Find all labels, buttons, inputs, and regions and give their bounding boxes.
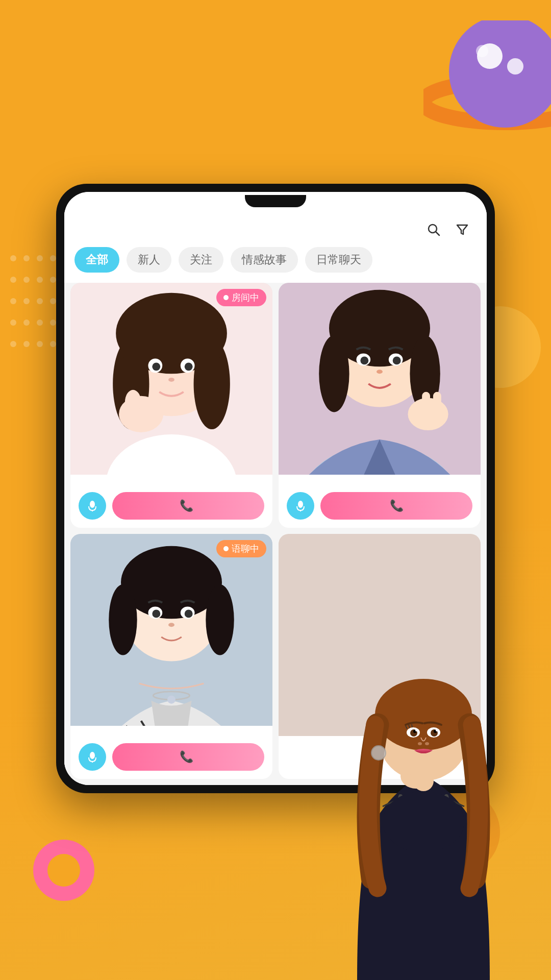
filter-tab-follow[interactable]: 关注 [179, 247, 223, 273]
hero-section [0, 61, 551, 69]
card-info-2: 📞 [279, 475, 481, 528]
svg-point-38 [377, 370, 383, 374]
svg-point-51 [206, 584, 234, 655]
svg-point-70 [415, 729, 417, 731]
svg-point-47 [167, 696, 176, 704]
status-badge-3: 语聊中 [216, 540, 266, 557]
svg-point-57 [90, 752, 95, 759]
svg-point-55 [185, 610, 193, 618]
donut-decoration [31, 837, 97, 903]
svg-point-54 [152, 610, 160, 618]
badge-dot-3 [223, 546, 229, 551]
btn-audio-1[interactable] [79, 492, 106, 520]
filter-icon[interactable] [453, 220, 471, 239]
btn-call-1[interactable]: 📞 [112, 492, 264, 520]
phone-notch-bar [64, 192, 487, 210]
btn-audio-3[interactable] [79, 743, 106, 771]
svg-point-56 [168, 623, 174, 627]
svg-line-8 [436, 232, 439, 235]
svg-rect-41 [433, 392, 441, 412]
svg-point-6 [47, 854, 80, 887]
call-icon-2: 📞 [390, 499, 404, 512]
svg-point-72 [418, 742, 422, 745]
card-actions-2: 📞 [287, 492, 472, 520]
card-user-1[interactable]: 房间中 [70, 283, 272, 528]
svg-point-50 [109, 584, 137, 655]
person-overlay [316, 623, 531, 980]
svg-point-42 [298, 501, 303, 508]
btn-call-2[interactable]: 📞 [320, 492, 472, 520]
filter-tab-new[interactable]: 新人 [127, 247, 171, 273]
svg-point-32 [319, 335, 349, 412]
card-info-3: 📞 [70, 726, 272, 779]
badge-label-3: 语聊中 [232, 543, 259, 555]
btn-audio-2[interactable] [287, 492, 314, 520]
svg-point-78 [414, 755, 423, 771]
svg-point-37 [393, 357, 401, 365]
card-actions-1: 📞 [79, 492, 264, 520]
svg-point-4 [476, 45, 488, 57]
planet-decoration [423, 20, 551, 153]
btn-call-3[interactable]: 📞 [112, 743, 264, 771]
svg-point-25 [90, 501, 95, 508]
svg-point-60 [383, 791, 464, 852]
svg-point-21 [185, 362, 193, 371]
badge-dot-1 [223, 295, 229, 300]
badge-label-1: 房间中 [232, 291, 259, 304]
svg-marker-9 [457, 225, 467, 234]
call-icon-3: 📞 [180, 750, 193, 764]
card-info-1: 📞 [70, 475, 272, 528]
card-avatar-3: 语聊中 [70, 534, 272, 726]
filter-tab-story[interactable]: 情感故事 [231, 247, 298, 273]
svg-point-1 [449, 20, 551, 128]
filter-tab-chat[interactable]: 日常聊天 [305, 247, 372, 273]
svg-point-36 [360, 357, 368, 365]
svg-point-22 [168, 378, 174, 382]
card-user-3[interactable]: 语聊中 [70, 534, 272, 779]
svg-point-74 [371, 746, 386, 760]
svg-point-73 [425, 742, 429, 745]
svg-point-20 [152, 362, 160, 371]
phone-notch [245, 195, 306, 207]
status-badge-1: 房间中 [216, 289, 266, 306]
call-icon-1: 📞 [180, 499, 193, 512]
card-avatar-2 [279, 283, 481, 475]
header-icons [424, 220, 471, 239]
filter-tabs: 全部 新人 关注 情感故事 日常聊天 [64, 247, 487, 283]
app-header [64, 210, 487, 247]
svg-rect-40 [422, 392, 430, 412]
search-icon[interactable] [424, 220, 443, 239]
card-avatar-1: 房间中 [70, 283, 272, 475]
card-user-2[interactable]: 📞 [279, 283, 481, 528]
card-actions-3: 📞 [79, 743, 264, 771]
filter-tab-all[interactable]: 全部 [74, 247, 119, 273]
svg-point-24 [125, 390, 141, 414]
svg-point-71 [436, 729, 438, 731]
svg-rect-17 [121, 328, 222, 358]
svg-point-63 [375, 679, 472, 750]
